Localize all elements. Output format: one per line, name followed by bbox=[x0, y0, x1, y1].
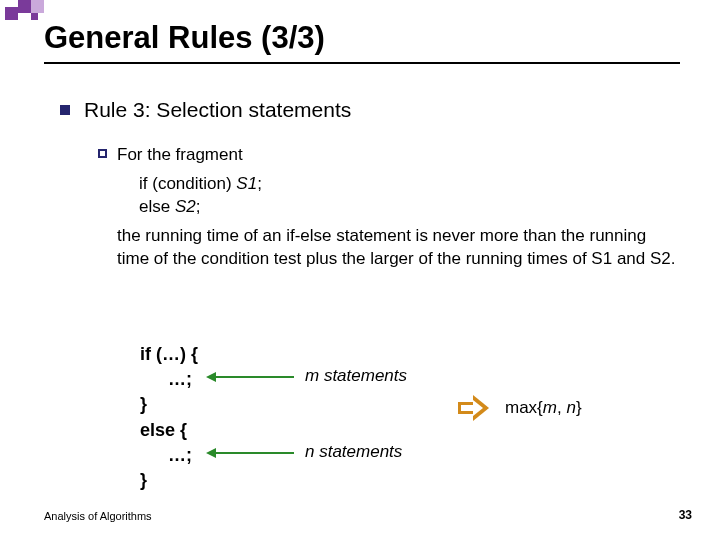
code-line2-pre: else bbox=[139, 197, 175, 216]
arrow-left-head-icon bbox=[206, 448, 216, 458]
content-area: Rule 3: Selection statements For the fra… bbox=[60, 98, 680, 271]
code-line1-s: S1 bbox=[236, 174, 257, 193]
arrow-line-n bbox=[216, 452, 294, 454]
code-line2-s: S2 bbox=[175, 197, 196, 216]
rule-heading: Rule 3: Selection statements bbox=[84, 98, 351, 122]
bullet-level1: Rule 3: Selection statements bbox=[60, 98, 680, 122]
max-label: max{m, n} bbox=[505, 398, 582, 418]
ex-l3: } bbox=[140, 392, 660, 417]
code-line1-pre: if (condition) bbox=[139, 174, 236, 193]
footer-left: Analysis of Algorithms bbox=[44, 510, 152, 522]
m-statements-label: m statements bbox=[305, 366, 407, 386]
n-statements-label: n statements bbox=[305, 442, 402, 462]
page-number: 33 bbox=[679, 508, 692, 522]
ex-l6: } bbox=[140, 468, 660, 493]
hollow-square-bullet-icon bbox=[98, 149, 107, 158]
arrow-line-m bbox=[216, 376, 294, 378]
slide-title: General Rules (3/3) bbox=[44, 20, 325, 56]
sub-lead: For the fragment bbox=[117, 144, 680, 167]
title-underline bbox=[44, 62, 680, 64]
ex-l1: if (…) { bbox=[140, 342, 660, 367]
code-line2-post: ; bbox=[196, 197, 201, 216]
example-block: if (…) { …; } else { …; } m statements n… bbox=[140, 342, 660, 493]
ex-l4: else { bbox=[140, 418, 660, 443]
code-fragment: if (condition) S1; else S2; bbox=[139, 173, 680, 219]
code-line1-post: ; bbox=[257, 174, 262, 193]
square-bullet-icon bbox=[60, 105, 70, 115]
big-right-arrow-icon bbox=[458, 397, 492, 419]
sub-paragraph: the running time of an if-else statement… bbox=[117, 225, 680, 271]
example-code: if (…) { …; } else { …; } bbox=[140, 342, 660, 493]
sub-body: For the fragment if (condition) S1; else… bbox=[117, 144, 680, 271]
arrow-left-head-icon bbox=[206, 372, 216, 382]
bullet-level2: For the fragment if (condition) S1; else… bbox=[98, 144, 680, 271]
